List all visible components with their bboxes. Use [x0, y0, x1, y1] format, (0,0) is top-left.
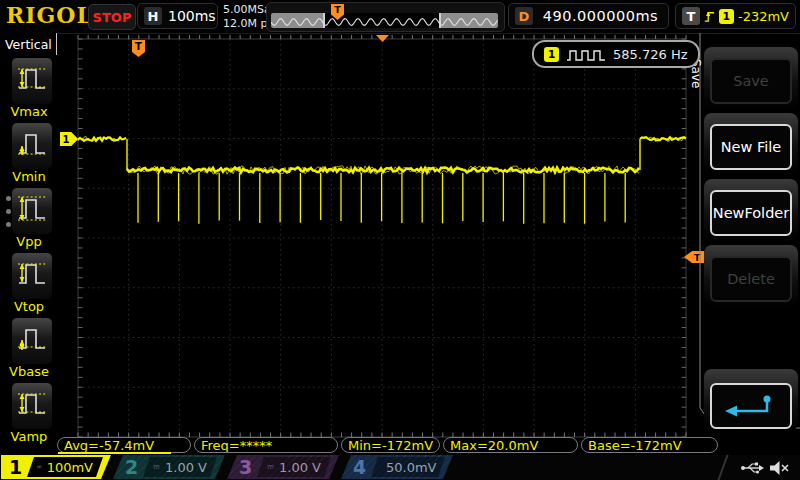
trigger-key-label: T [682, 7, 700, 25]
vbase-button[interactable] [11, 317, 53, 365]
channel-4-status[interactable]: 4 50.0mV [341, 455, 453, 479]
new-file-button[interactable]: New File [710, 124, 792, 170]
svg-text:1: 1 [63, 134, 70, 145]
save-button[interactable]: Save [710, 58, 792, 104]
rigol-logo: RIGOL [6, 2, 93, 28]
timebase-value: 100ms [168, 8, 216, 24]
rising-edge-icon [704, 8, 715, 25]
trigger-panel[interactable]: T 1 -232mV [675, 3, 796, 29]
dc-coupling-icon [267, 462, 274, 472]
vpp-button[interactable] [11, 187, 53, 235]
top-status-bar: RIGOL STOP H 100ms 5.00MSa/s 12.0M pts T… [0, 0, 800, 34]
measurement-max: Max=20.0mV [443, 437, 578, 453]
channel-1-scale: 100mV [47, 460, 93, 475]
channel-3-status[interactable]: 3 1.00 V [227, 455, 339, 479]
new-folder-button[interactable]: NewFolder [710, 190, 792, 236]
vamp-label: Vamp [0, 429, 58, 444]
vmin-button[interactable] [11, 122, 53, 170]
channel-4-scale: 50.0mV [386, 460, 437, 475]
vmin-label: Vmin [0, 169, 58, 184]
vbase-label: Vbase [0, 364, 58, 379]
freq-counter-channel-badge: 1 [544, 47, 559, 62]
vmin-icon [16, 126, 48, 166]
measurement-freq: Freq=***** [194, 437, 338, 453]
return-button[interactable] [710, 383, 792, 429]
measure-menu-title: Vertical [5, 37, 52, 52]
vamp-icon [16, 386, 48, 426]
channel-1-number: 1 [9, 456, 22, 478]
vtop-icon [16, 256, 48, 296]
horizontal-timebase-panel[interactable]: H 100ms [137, 3, 218, 29]
usb-icon[interactable] [740, 460, 764, 476]
return-arrow-icon [722, 393, 780, 419]
delay-value: 490.000000ms [539, 8, 662, 24]
trigger-position-flag-icon: T [132, 40, 145, 57]
status-separator [717, 454, 728, 480]
vmax-label: Vmax [0, 104, 58, 119]
channel-3-scale: 1.00 V [279, 460, 321, 475]
save-menu-sidebar: Save Save New File NewFolder Delete [686, 33, 800, 480]
dc-coupling-icon [37, 462, 42, 472]
measurement-min: Min=-172mV [341, 437, 440, 453]
frequency-counter-readout: 1 585.726 Hz [532, 40, 700, 68]
vtop-button[interactable] [11, 252, 53, 300]
channel-2-scale: 1.00 V [165, 460, 207, 475]
delay-key-label: D [515, 7, 533, 25]
channel-2-number: 2 [125, 456, 138, 478]
vamp-button[interactable] [11, 382, 53, 430]
measurement-highlight-underline [58, 452, 171, 454]
channel-2-status[interactable]: 2 1.00 V [113, 455, 225, 479]
trigger-level-value: -232mV [738, 9, 789, 24]
dc-coupling-icon [153, 462, 160, 472]
waveform-display-area[interactable]: T1T [58, 33, 706, 438]
left-tab-outline [56, 33, 57, 55]
channel-3-number: 3 [239, 456, 252, 478]
delay-panel[interactable]: D 490.000000ms [508, 3, 669, 29]
preview-bar[interactable] [271, 13, 498, 28]
measurement-base: Base=-172mV [581, 437, 718, 453]
vbase-icon [16, 321, 48, 361]
channel-1-level-marker-icon: 1 [60, 132, 78, 146]
vmax-icon [16, 61, 48, 101]
measurement-avg: Avg=-57.4mV [57, 437, 191, 453]
measure-menu-sidebar: Vertical Vmax Vmin Vpp Vtop Vbase Vamp [0, 33, 58, 480]
horizontal-key-label: H [144, 7, 162, 25]
svg-text:T: T [135, 41, 142, 52]
vtop-label: Vtop [0, 299, 58, 314]
run-state-badge[interactable]: STOP [88, 4, 136, 30]
trigger-source-badge: 1 [719, 9, 734, 24]
channel-status-bar: 1 100mV 2 1.00 V 3 1.0 [0, 455, 800, 480]
memory-waveform-preview: T [266, 2, 505, 32]
preview-wave-icon [271, 13, 498, 28]
vpp-label: Vpp [0, 234, 58, 249]
frequency-value: 585.726 Hz [613, 47, 688, 62]
vmax-button[interactable] [11, 57, 53, 105]
channel-1-status[interactable]: 1 100mV [1, 455, 111, 479]
delete-button[interactable]: Delete [710, 256, 792, 302]
square-wave-icon [566, 48, 606, 61]
channel-4-number: 4 [353, 456, 366, 478]
speaker-muted-icon[interactable] [768, 459, 790, 477]
oscilloscope-screen: RIGOL STOP H 100ms 5.00MSa/s 12.0M pts T… [0, 0, 800, 480]
vpp-icon [16, 191, 48, 231]
